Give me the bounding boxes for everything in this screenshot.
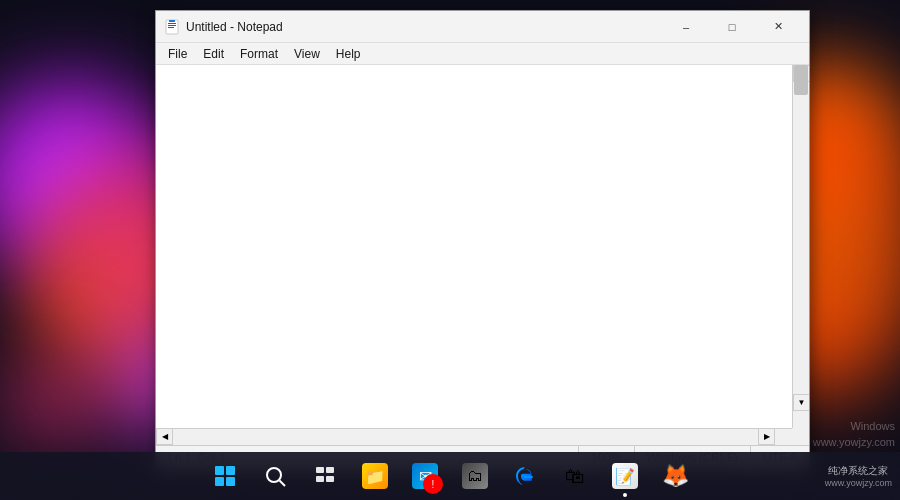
file-explorer-icon: 📁 <box>362 463 388 489</box>
taskbar-store-button[interactable]: 🛍 <box>551 452 599 500</box>
tray-info: 纯净系统之家 www.yowjzy.com <box>825 464 892 488</box>
scrollbar-corner <box>792 428 809 445</box>
tray-name: 纯净系统之家 <box>828 464 888 478</box>
desktop: Windows www.yowjzy.com Untitled - Notepa… <box>0 0 900 500</box>
svg-rect-3 <box>168 27 174 28</box>
svg-point-5 <box>267 468 281 482</box>
menu-help[interactable]: Help <box>328 45 369 63</box>
svg-rect-7 <box>316 467 324 473</box>
svg-rect-9 <box>316 476 324 482</box>
svg-rect-1 <box>168 23 176 24</box>
active-indicator-notepad <box>623 493 627 497</box>
taskbar-filemanager-button[interactable]: 🗂 <box>451 452 499 500</box>
search-icon <box>263 464 287 488</box>
svg-rect-10 <box>326 476 334 482</box>
window-title: Untitled - Notepad <box>186 20 663 34</box>
minimize-button[interactable]: – <box>663 11 709 43</box>
close-button[interactable]: ✕ <box>755 11 801 43</box>
notepad-taskbar-icon: 📝 <box>612 463 638 489</box>
taskbar-taskview-button[interactable] <box>301 452 349 500</box>
svg-rect-2 <box>168 25 176 26</box>
file-manager-icon: 🗂 <box>462 463 488 489</box>
tray-url: www.yowjzy.com <box>825 478 892 488</box>
svg-rect-8 <box>326 467 334 473</box>
taskbar-notepad-button[interactable]: 📝 <box>601 452 649 500</box>
taskbar-mail-button[interactable]: ✉ ! <box>401 452 449 500</box>
bg-blob-pink2 <box>0 350 100 450</box>
edge-icon <box>513 464 537 488</box>
scrollbar-vertical[interactable]: ▲ ▼ <box>792 65 809 428</box>
watermark: Windows www.yowjzy.com <box>813 419 895 450</box>
firefox-icon: 🦊 <box>662 463 688 489</box>
taskbar-tray: 纯净系统之家 www.yowjzy.com <box>825 452 900 500</box>
title-bar: Untitled - Notepad – □ ✕ <box>156 11 809 43</box>
notepad-window: Untitled - Notepad – □ ✕ File Edit Forma… <box>155 10 810 470</box>
store-icon: 🛍 <box>562 463 588 489</box>
taskbar-search-button[interactable] <box>251 452 299 500</box>
scroll-right-arrow[interactable]: ▶ <box>758 428 775 445</box>
editor-container: ▲ ▼ ◀ ▶ <box>156 65 809 445</box>
taskbar-start-button[interactable] <box>201 452 249 500</box>
mail-badge: ! <box>423 474 443 494</box>
maximize-button[interactable]: □ <box>709 11 755 43</box>
notepad-icon <box>164 19 180 35</box>
menu-file[interactable]: File <box>160 45 195 63</box>
editor-textarea[interactable] <box>158 67 792 428</box>
taskbar-firefox-button[interactable]: 🦊 <box>651 452 699 500</box>
task-view-icon <box>313 464 337 488</box>
svg-line-6 <box>280 481 286 487</box>
taskbar: 📁 ✉ ! 🗂 <box>0 452 900 500</box>
taskbar-fileexplorer-button[interactable]: 📁 <box>351 452 399 500</box>
scroll-left-arrow[interactable]: ◀ <box>156 428 173 445</box>
svg-rect-4 <box>169 20 175 22</box>
window-controls: – □ ✕ <box>663 11 801 43</box>
scroll-down-arrow[interactable]: ▼ <box>793 394 809 411</box>
menu-bar: File Edit Format View Help <box>156 43 809 65</box>
menu-edit[interactable]: Edit <box>195 45 232 63</box>
taskbar-edge-button[interactable] <box>501 452 549 500</box>
taskbar-center: 📁 ✉ ! 🗂 <box>201 452 699 500</box>
menu-view[interactable]: View <box>286 45 328 63</box>
scrollbar-horizontal[interactable]: ◀ ▶ <box>156 428 792 445</box>
windows-logo-icon <box>215 466 235 486</box>
scrollbar-thumb-vertical[interactable] <box>794 65 808 95</box>
menu-format[interactable]: Format <box>232 45 286 63</box>
